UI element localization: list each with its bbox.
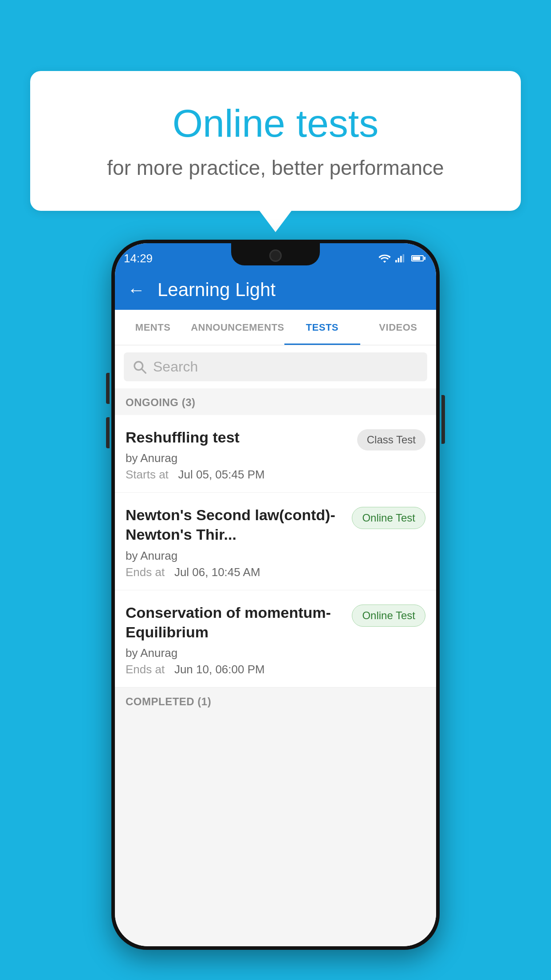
svg-line-5: [142, 369, 146, 373]
tab-announcements[interactable]: ANNOUNCEMENTS: [191, 310, 284, 345]
bubble-subtitle: for more practice, better performance: [57, 156, 494, 180]
test-info-conservation: Conservation of momentum-Equilibrium by …: [126, 603, 345, 676]
phone-notch: [231, 243, 320, 265]
svg-rect-2: [400, 256, 402, 263]
wifi-icon: [378, 254, 391, 263]
test-by-conservation: by Anurag: [126, 646, 345, 660]
app-bar-title: Learning Light: [157, 279, 276, 300]
completed-section-title: COMPLETED (1): [126, 695, 211, 707]
test-time-conservation: Ends at Jun 10, 06:00 PM: [126, 663, 345, 676]
tab-tests[interactable]: TESTS: [284, 310, 360, 345]
phone-frame: 14:29: [111, 240, 440, 950]
svg-rect-3: [403, 254, 405, 262]
test-by-reshuffling: by Anurag: [126, 451, 350, 465]
badge-class-test: Class Test: [357, 429, 425, 450]
back-button[interactable]: ←: [127, 280, 145, 300]
tab-ments[interactable]: MENTS: [115, 310, 191, 345]
tab-videos[interactable]: VIDEOS: [360, 310, 436, 345]
speech-bubble: Online tests for more practice, better p…: [30, 71, 521, 211]
test-item-conservation[interactable]: Conservation of momentum-Equilibrium by …: [115, 590, 436, 688]
status-time: 14:29: [124, 252, 153, 265]
test-time-newtons: Ends at Jul 06, 10:45 AM: [126, 565, 345, 579]
completed-section-header: COMPLETED (1): [115, 688, 436, 714]
status-icons: [378, 254, 424, 263]
signal-icon: [395, 254, 405, 263]
test-name-newtons: Newton's Second law(contd)-Newton's Thir…: [126, 505, 345, 544]
search-bar[interactable]: Search: [124, 352, 427, 381]
test-time-reshuffling: Starts at Jul 05, 05:45 PM: [126, 468, 350, 482]
content-area: Search ONGOING (3) Reshuffling test by A…: [115, 345, 436, 946]
ongoing-section-header: ONGOING (3): [115, 388, 436, 415]
bubble-title: Online tests: [57, 102, 494, 145]
test-item-reshuffling[interactable]: Reshuffling test by Anurag Starts at Jul…: [115, 415, 436, 493]
power-button: [441, 395, 445, 444]
ongoing-section-title: ONGOING (3): [126, 396, 196, 408]
svg-rect-0: [395, 260, 397, 263]
volume-up-button: [106, 373, 110, 404]
speech-bubble-container: Online tests for more practice, better p…: [30, 71, 521, 232]
search-input-placeholder: Search: [153, 359, 198, 375]
badge-online-test-2: Online Test: [352, 605, 425, 627]
search-icon: [133, 360, 147, 374]
test-name-reshuffling: Reshuffling test: [126, 427, 350, 447]
speech-bubble-tail: [260, 211, 291, 232]
tab-bar: MENTS ANNOUNCEMENTS TESTS VIDEOS: [115, 310, 436, 345]
test-name-conservation: Conservation of momentum-Equilibrium: [126, 603, 345, 642]
test-info-reshuffling: Reshuffling test by Anurag Starts at Jul…: [126, 427, 350, 482]
test-by-newtons: by Anurag: [126, 549, 345, 563]
app-bar: ← Learning Light: [115, 270, 436, 310]
battery-icon: [411, 255, 424, 261]
search-container: Search: [115, 345, 436, 388]
test-item-newtons[interactable]: Newton's Second law(contd)-Newton's Thir…: [115, 493, 436, 590]
svg-rect-1: [398, 258, 400, 262]
camera: [269, 249, 282, 262]
test-info-newtons: Newton's Second law(contd)-Newton's Thir…: [126, 505, 345, 579]
phone-screen: 14:29: [115, 243, 436, 946]
badge-online-test-1: Online Test: [352, 507, 425, 529]
volume-down-button: [106, 417, 110, 448]
